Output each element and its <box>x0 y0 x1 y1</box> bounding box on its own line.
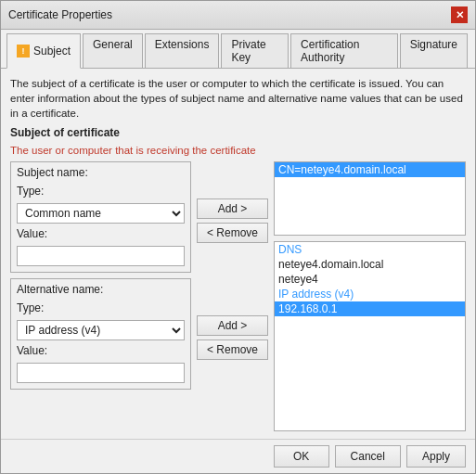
alt-remove-button[interactable]: < Remove <box>197 339 268 360</box>
apply-button[interactable]: Apply <box>406 445 466 468</box>
panels-row: Subject name: Type: Common name Organiza… <box>10 161 466 431</box>
left-panel: Subject name: Type: Common name Organiza… <box>10 161 191 431</box>
middle-buttons: Add > < Remove Add > < Remove <box>197 161 268 431</box>
alternative-name-group: Alternative name: Type: IP address (v4) … <box>10 278 191 390</box>
subject-value-label: Value: <box>17 227 185 240</box>
alt-value-input[interactable] <box>17 363 185 383</box>
alt-list-item-dns1[interactable]: neteye4.domain.local <box>275 257 465 272</box>
alt-value-label: Value: <box>17 344 185 357</box>
section-subtitle: The user or computer that is receiving t… <box>10 145 466 156</box>
alt-list-item-dns-category[interactable]: DNS <box>275 242 465 257</box>
subject-value-input[interactable] <box>17 246 185 266</box>
tab-cert-authority[interactable]: Certification Authority <box>290 33 398 68</box>
cancel-button[interactable]: Cancel <box>335 445 401 468</box>
title-bar: Certificate Properties ✕ <box>1 1 475 30</box>
alt-type-select[interactable]: IP address (v4) DNS Email URI <box>17 320 185 340</box>
tab-signature[interactable]: Signature <box>400 33 468 68</box>
section-title: Subject of certificate <box>10 126 466 139</box>
alt-type-label: Type: <box>17 301 185 314</box>
warning-icon: ! <box>17 45 30 58</box>
dialog: Certificate Properties ✕ ! Subject Gener… <box>0 0 476 474</box>
ok-button[interactable]: OK <box>274 445 329 468</box>
subject-remove-button[interactable]: < Remove <box>197 223 268 243</box>
dialog-title: Certificate Properties <box>8 8 112 21</box>
tab-bar: ! Subject General Extensions Private Key… <box>1 30 475 69</box>
tab-subject[interactable]: ! Subject <box>6 33 81 69</box>
alt-list-item-ip-category[interactable]: IP address (v4) <box>275 287 465 301</box>
subject-list[interactable]: CN=neteye4.domain.local <box>274 161 466 236</box>
alternative-list[interactable]: DNS neteye4.domain.local neteye4 IP addr… <box>274 241 466 431</box>
subject-add-button[interactable]: Add > <box>197 199 268 219</box>
tab-general[interactable]: General <box>83 33 143 68</box>
subject-name-label: Subject name: <box>17 166 185 179</box>
close-button[interactable]: ✕ <box>451 6 468 23</box>
alt-list-item-dns2[interactable]: neteye4 <box>275 272 465 287</box>
content-area: The subject of a certificate is the user… <box>1 69 475 439</box>
footer: OK Cancel Apply <box>1 439 475 473</box>
tab-subject-label: Subject <box>33 45 71 58</box>
subject-type-select[interactable]: Common name Organization Organizational … <box>17 203 185 224</box>
alt-list-item-ip[interactable]: 192.168.0.1 <box>275 301 465 316</box>
subject-type-label: Type: <box>17 185 185 198</box>
subject-list-item[interactable]: CN=neteye4.domain.local <box>275 162 465 177</box>
alt-add-button[interactable]: Add > <box>197 315 268 336</box>
tab-extensions[interactable]: Extensions <box>145 33 220 68</box>
subject-name-group: Subject name: Type: Common name Organiza… <box>10 161 191 273</box>
alternative-name-label: Alternative name: <box>17 283 185 296</box>
description-text: The subject of a certificate is the user… <box>10 76 466 121</box>
tab-private-key[interactable]: Private Key <box>221 33 289 68</box>
right-panel: CN=neteye4.domain.local DNS neteye4.doma… <box>274 161 466 431</box>
